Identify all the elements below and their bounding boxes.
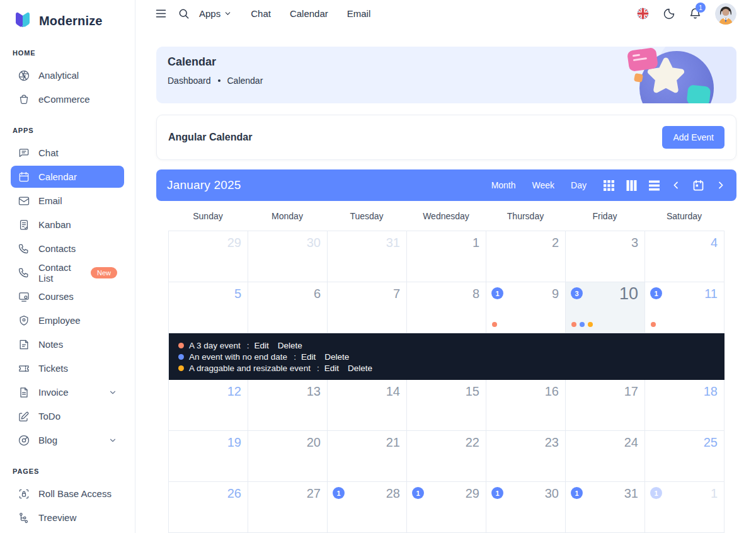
sidebar-item-invoice[interactable]: Invoice	[11, 381, 124, 403]
day-header-monday: Monday	[248, 211, 327, 221]
day-rows-view-icon[interactable]	[648, 180, 660, 192]
nav-link-email[interactable]: Email	[347, 8, 371, 19]
menu-toggle-icon[interactable]	[154, 7, 168, 20]
sidebar-item-blog[interactable]: Blog	[11, 429, 124, 451]
sidebar-item-contacts[interactable]: Contacts	[11, 238, 124, 260]
next-month-chevron-icon[interactable]	[716, 180, 726, 190]
notifications-bell[interactable]: 1	[689, 7, 702, 20]
day-cell-3[interactable]: 3	[566, 231, 645, 282]
sidebar-item-employee[interactable]: Employee	[11, 309, 124, 331]
calendar-day-headers: SundayMondayTuesdayWednesdayThursdayFrid…	[168, 201, 724, 231]
day-cell-19[interactable]: 19	[169, 431, 248, 482]
day-cell-31[interactable]: 31	[328, 231, 407, 282]
day-cell-29[interactable]: 129	[407, 482, 486, 533]
brand-logo[interactable]: Modernize	[12, 9, 124, 33]
sidebar-item-email[interactable]: Email	[11, 190, 124, 212]
event-dot-blue	[178, 354, 184, 360]
calendar-week-row: 2930311234	[169, 231, 724, 282]
user-avatar[interactable]	[715, 3, 736, 25]
sidebar-item-label: Calendar	[38, 171, 77, 182]
day-cell-22[interactable]: 22	[407, 431, 486, 482]
day-number: 14	[386, 384, 400, 399]
day-cell-31[interactable]: 131	[566, 482, 645, 533]
day-cell-6[interactable]: 6	[248, 282, 328, 333]
nav-link-chat[interactable]: Chat	[251, 8, 271, 19]
event-dot-orange	[178, 343, 184, 348]
view-month-button[interactable]: Month	[491, 180, 516, 190]
prev-month-chevron-icon[interactable]	[671, 180, 681, 190]
month-grid-view-icon[interactable]	[603, 180, 615, 192]
day-cell-5[interactable]: 5	[169, 282, 248, 333]
event-delete-link[interactable]: Delete	[348, 364, 372, 373]
day-cell-21[interactable]: 21	[328, 431, 407, 482]
day-cell-1[interactable]: 1	[407, 231, 486, 282]
day-cell-25[interactable]: 25	[645, 431, 724, 482]
day-cell-10-today[interactable]: 310	[566, 282, 645, 333]
day-cell-18[interactable]: 18	[645, 380, 724, 431]
view-week-button[interactable]: Week	[532, 180, 555, 190]
teal-shape	[686, 84, 711, 103]
day-cell-26[interactable]: 26	[169, 482, 248, 533]
day-cell-8[interactable]: 8	[407, 282, 486, 333]
day-cell-15[interactable]: 15	[407, 380, 486, 431]
add-event-button[interactable]: Add Event	[662, 126, 724, 149]
nav-apps-menu[interactable]: Apps	[199, 8, 232, 19]
sidebar-item-todo[interactable]: ToDo	[11, 405, 124, 427]
day-cell-17[interactable]: 17	[566, 380, 645, 431]
event-edit-link[interactable]: Edit	[301, 352, 316, 362]
day-cell-30[interactable]: 130	[486, 482, 566, 533]
sidebar-item-label: Tickets	[38, 363, 68, 374]
language-flag-icon[interactable]	[636, 7, 650, 20]
view-day-button[interactable]: Day	[571, 180, 587, 190]
sidebar-section-label: PAGES	[13, 467, 124, 475]
day-cell-2[interactable]: 2	[486, 231, 566, 282]
day-cell-27[interactable]: 27	[248, 482, 328, 533]
day-cell-20[interactable]: 20	[248, 431, 328, 482]
event-edit-link[interactable]: Edit	[324, 364, 339, 373]
day-cell-24[interactable]: 24	[566, 431, 645, 482]
sidebar-item-kanban[interactable]: Kanban	[11, 214, 124, 236]
day-cell-7[interactable]: 7	[328, 282, 407, 333]
day-cell-29[interactable]: 29	[169, 231, 248, 282]
sidebar-item-contact-list[interactable]: Contact ListNew	[11, 261, 124, 284]
sidebar-item-roll-base-access[interactable]: Roll Base Access	[11, 483, 124, 505]
notification-count-badge: 1	[696, 3, 706, 13]
sidebar-item-ecommerce[interactable]: eCommerce	[11, 88, 124, 110]
day-number: 3	[631, 236, 638, 250]
sidebar-item-label: Treeview	[38, 512, 76, 523]
week-columns-view-icon[interactable]	[626, 180, 638, 192]
sidebar-item-tickets[interactable]: Tickets	[11, 357, 124, 379]
day-cell-14[interactable]: 14	[328, 380, 407, 431]
event-delete-link[interactable]: Delete	[324, 352, 349, 362]
day-cell-16[interactable]: 16	[486, 380, 566, 431]
sidebar-item-analytical[interactable]: Analytical	[11, 64, 124, 86]
sidebar-item-chat[interactable]: Chat	[11, 142, 124, 164]
event-delete-link[interactable]: Delete	[278, 341, 302, 350]
day-number: 11	[704, 287, 718, 301]
sidebar-item-notes[interactable]: Notes	[11, 333, 124, 355]
day-cell-9[interactable]: 19	[486, 282, 566, 333]
sidebar-item-courses[interactable]: Courses	[11, 285, 124, 307]
day-cell-4[interactable]: 4	[645, 231, 724, 282]
day-number: 9	[552, 287, 559, 301]
day-cell-11[interactable]: 111	[645, 282, 724, 333]
dark-mode-moon-icon[interactable]	[663, 8, 675, 20]
card-title: Angular Calendar	[168, 132, 252, 143]
day-cell-13[interactable]: 13	[248, 380, 328, 431]
day-cell-1[interactable]: 11	[645, 482, 724, 533]
day-cell-28[interactable]: 128	[328, 482, 407, 533]
nav-link-calendar[interactable]: Calendar	[290, 8, 328, 19]
breadcrumb-dashboard[interactable]: Dashboard	[168, 76, 211, 86]
phone-icon	[18, 243, 30, 255]
search-icon[interactable]	[178, 8, 190, 20]
day-cell-30[interactable]: 30	[248, 231, 328, 282]
sidebar-nav: HOMEAnalyticaleCommerceAPPSChatCalendarE…	[11, 49, 124, 529]
event-edit-link[interactable]: Edit	[255, 341, 269, 350]
sidebar-item-calendar[interactable]: Calendar	[11, 166, 124, 188]
content: Calendar Dashboard Calendar	[135, 27, 756, 533]
day-cell-23[interactable]: 23	[486, 431, 566, 482]
sidebar-item-treeview[interactable]: Treeview	[11, 507, 124, 529]
today-calendar-icon[interactable]	[692, 179, 705, 192]
edit-icon	[18, 410, 30, 423]
day-cell-12[interactable]: 12	[169, 380, 248, 431]
